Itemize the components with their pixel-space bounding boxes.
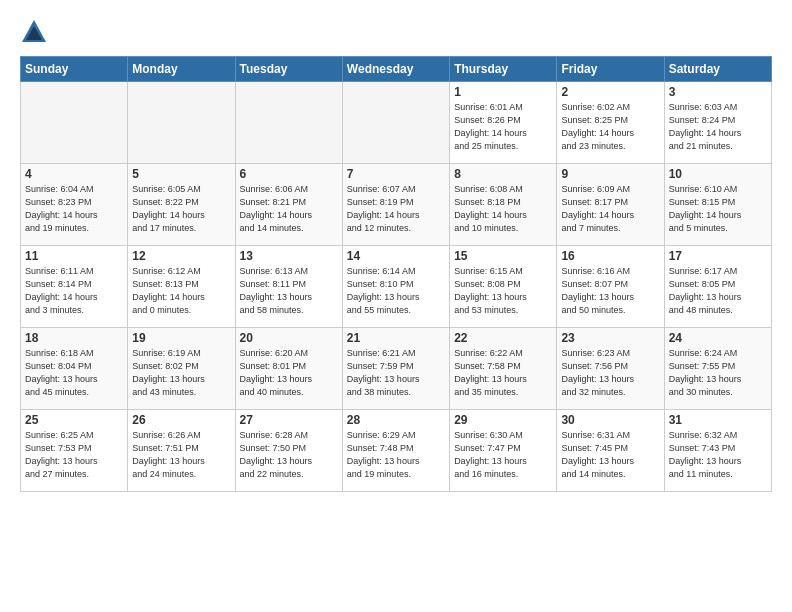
- logo-icon: [20, 18, 48, 46]
- day-number: 4: [25, 167, 123, 181]
- day-number: 1: [454, 85, 552, 99]
- day-info: Sunrise: 6:13 AM Sunset: 8:11 PM Dayligh…: [240, 265, 338, 317]
- day-number: 7: [347, 167, 445, 181]
- day-cell: 19Sunrise: 6:19 AM Sunset: 8:02 PM Dayli…: [128, 328, 235, 410]
- day-info: Sunrise: 6:17 AM Sunset: 8:05 PM Dayligh…: [669, 265, 767, 317]
- day-number: 15: [454, 249, 552, 263]
- day-cell: 23Sunrise: 6:23 AM Sunset: 7:56 PM Dayli…: [557, 328, 664, 410]
- day-cell: 20Sunrise: 6:20 AM Sunset: 8:01 PM Dayli…: [235, 328, 342, 410]
- day-number: 13: [240, 249, 338, 263]
- day-number: 28: [347, 413, 445, 427]
- day-info: Sunrise: 6:09 AM Sunset: 8:17 PM Dayligh…: [561, 183, 659, 235]
- day-cell: 7Sunrise: 6:07 AM Sunset: 8:19 PM Daylig…: [342, 164, 449, 246]
- day-number: 11: [25, 249, 123, 263]
- day-cell: 17Sunrise: 6:17 AM Sunset: 8:05 PM Dayli…: [664, 246, 771, 328]
- day-info: Sunrise: 6:21 AM Sunset: 7:59 PM Dayligh…: [347, 347, 445, 399]
- day-cell: [235, 82, 342, 164]
- day-number: 3: [669, 85, 767, 99]
- day-cell: [128, 82, 235, 164]
- day-info: Sunrise: 6:06 AM Sunset: 8:21 PM Dayligh…: [240, 183, 338, 235]
- week-row-5: 25Sunrise: 6:25 AM Sunset: 7:53 PM Dayli…: [21, 410, 772, 492]
- day-cell: 21Sunrise: 6:21 AM Sunset: 7:59 PM Dayli…: [342, 328, 449, 410]
- day-info: Sunrise: 6:02 AM Sunset: 8:25 PM Dayligh…: [561, 101, 659, 153]
- day-number: 20: [240, 331, 338, 345]
- day-number: 31: [669, 413, 767, 427]
- day-info: Sunrise: 6:16 AM Sunset: 8:07 PM Dayligh…: [561, 265, 659, 317]
- day-info: Sunrise: 6:10 AM Sunset: 8:15 PM Dayligh…: [669, 183, 767, 235]
- day-number: 24: [669, 331, 767, 345]
- day-info: Sunrise: 6:28 AM Sunset: 7:50 PM Dayligh…: [240, 429, 338, 481]
- day-cell: 4Sunrise: 6:04 AM Sunset: 8:23 PM Daylig…: [21, 164, 128, 246]
- day-cell: 22Sunrise: 6:22 AM Sunset: 7:58 PM Dayli…: [450, 328, 557, 410]
- day-cell: 6Sunrise: 6:06 AM Sunset: 8:21 PM Daylig…: [235, 164, 342, 246]
- day-info: Sunrise: 6:19 AM Sunset: 8:02 PM Dayligh…: [132, 347, 230, 399]
- weekday-saturday: Saturday: [664, 57, 771, 82]
- day-cell: 16Sunrise: 6:16 AM Sunset: 8:07 PM Dayli…: [557, 246, 664, 328]
- day-cell: 26Sunrise: 6:26 AM Sunset: 7:51 PM Dayli…: [128, 410, 235, 492]
- day-info: Sunrise: 6:26 AM Sunset: 7:51 PM Dayligh…: [132, 429, 230, 481]
- day-number: 27: [240, 413, 338, 427]
- day-number: 19: [132, 331, 230, 345]
- day-info: Sunrise: 6:08 AM Sunset: 8:18 PM Dayligh…: [454, 183, 552, 235]
- day-number: 23: [561, 331, 659, 345]
- day-number: 21: [347, 331, 445, 345]
- day-info: Sunrise: 6:29 AM Sunset: 7:48 PM Dayligh…: [347, 429, 445, 481]
- day-cell: 15Sunrise: 6:15 AM Sunset: 8:08 PM Dayli…: [450, 246, 557, 328]
- day-info: Sunrise: 6:25 AM Sunset: 7:53 PM Dayligh…: [25, 429, 123, 481]
- day-number: 26: [132, 413, 230, 427]
- week-row-2: 4Sunrise: 6:04 AM Sunset: 8:23 PM Daylig…: [21, 164, 772, 246]
- day-cell: 9Sunrise: 6:09 AM Sunset: 8:17 PM Daylig…: [557, 164, 664, 246]
- day-info: Sunrise: 6:07 AM Sunset: 8:19 PM Dayligh…: [347, 183, 445, 235]
- day-cell: 3Sunrise: 6:03 AM Sunset: 8:24 PM Daylig…: [664, 82, 771, 164]
- header: [20, 18, 772, 46]
- weekday-thursday: Thursday: [450, 57, 557, 82]
- day-number: 14: [347, 249, 445, 263]
- day-number: 6: [240, 167, 338, 181]
- weekday-monday: Monday: [128, 57, 235, 82]
- day-info: Sunrise: 6:23 AM Sunset: 7:56 PM Dayligh…: [561, 347, 659, 399]
- day-cell: 13Sunrise: 6:13 AM Sunset: 8:11 PM Dayli…: [235, 246, 342, 328]
- day-info: Sunrise: 6:15 AM Sunset: 8:08 PM Dayligh…: [454, 265, 552, 317]
- day-number: 10: [669, 167, 767, 181]
- weekday-header-row: SundayMondayTuesdayWednesdayThursdayFrid…: [21, 57, 772, 82]
- day-number: 29: [454, 413, 552, 427]
- day-info: Sunrise: 6:20 AM Sunset: 8:01 PM Dayligh…: [240, 347, 338, 399]
- day-number: 30: [561, 413, 659, 427]
- weekday-friday: Friday: [557, 57, 664, 82]
- week-row-3: 11Sunrise: 6:11 AM Sunset: 8:14 PM Dayli…: [21, 246, 772, 328]
- day-cell: 28Sunrise: 6:29 AM Sunset: 7:48 PM Dayli…: [342, 410, 449, 492]
- day-cell: 10Sunrise: 6:10 AM Sunset: 8:15 PM Dayli…: [664, 164, 771, 246]
- page: SundayMondayTuesdayWednesdayThursdayFrid…: [0, 0, 792, 502]
- weekday-tuesday: Tuesday: [235, 57, 342, 82]
- day-cell: 1Sunrise: 6:01 AM Sunset: 8:26 PM Daylig…: [450, 82, 557, 164]
- day-info: Sunrise: 6:05 AM Sunset: 8:22 PM Dayligh…: [132, 183, 230, 235]
- day-number: 25: [25, 413, 123, 427]
- day-number: 22: [454, 331, 552, 345]
- day-info: Sunrise: 6:11 AM Sunset: 8:14 PM Dayligh…: [25, 265, 123, 317]
- week-row-4: 18Sunrise: 6:18 AM Sunset: 8:04 PM Dayli…: [21, 328, 772, 410]
- day-info: Sunrise: 6:03 AM Sunset: 8:24 PM Dayligh…: [669, 101, 767, 153]
- day-info: Sunrise: 6:18 AM Sunset: 8:04 PM Dayligh…: [25, 347, 123, 399]
- day-number: 2: [561, 85, 659, 99]
- day-number: 8: [454, 167, 552, 181]
- day-number: 16: [561, 249, 659, 263]
- day-cell: [342, 82, 449, 164]
- day-cell: [21, 82, 128, 164]
- weekday-sunday: Sunday: [21, 57, 128, 82]
- day-number: 5: [132, 167, 230, 181]
- day-info: Sunrise: 6:14 AM Sunset: 8:10 PM Dayligh…: [347, 265, 445, 317]
- day-info: Sunrise: 6:24 AM Sunset: 7:55 PM Dayligh…: [669, 347, 767, 399]
- day-info: Sunrise: 6:04 AM Sunset: 8:23 PM Dayligh…: [25, 183, 123, 235]
- weekday-wednesday: Wednesday: [342, 57, 449, 82]
- day-info: Sunrise: 6:31 AM Sunset: 7:45 PM Dayligh…: [561, 429, 659, 481]
- day-cell: 5Sunrise: 6:05 AM Sunset: 8:22 PM Daylig…: [128, 164, 235, 246]
- day-cell: 14Sunrise: 6:14 AM Sunset: 8:10 PM Dayli…: [342, 246, 449, 328]
- day-cell: 25Sunrise: 6:25 AM Sunset: 7:53 PM Dayli…: [21, 410, 128, 492]
- day-cell: 29Sunrise: 6:30 AM Sunset: 7:47 PM Dayli…: [450, 410, 557, 492]
- day-cell: 2Sunrise: 6:02 AM Sunset: 8:25 PM Daylig…: [557, 82, 664, 164]
- day-cell: 18Sunrise: 6:18 AM Sunset: 8:04 PM Dayli…: [21, 328, 128, 410]
- day-info: Sunrise: 6:22 AM Sunset: 7:58 PM Dayligh…: [454, 347, 552, 399]
- day-cell: 8Sunrise: 6:08 AM Sunset: 8:18 PM Daylig…: [450, 164, 557, 246]
- day-info: Sunrise: 6:32 AM Sunset: 7:43 PM Dayligh…: [669, 429, 767, 481]
- day-cell: 27Sunrise: 6:28 AM Sunset: 7:50 PM Dayli…: [235, 410, 342, 492]
